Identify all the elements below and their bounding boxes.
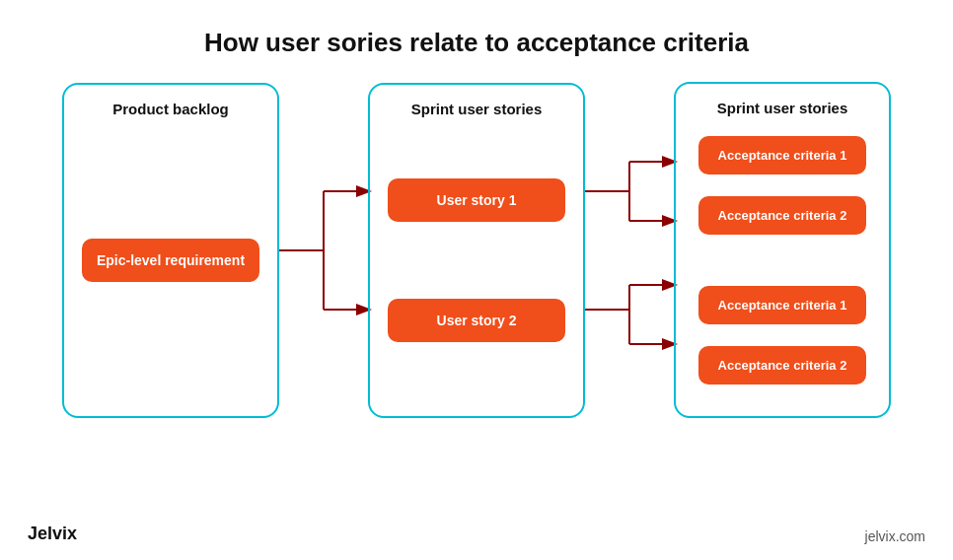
page-title: How user sories relate to acceptance cri… [0, 0, 953, 82]
column-3-title: Sprint user stories [717, 100, 848, 116]
ac-group1-item2: Acceptance criteria 2 [698, 196, 866, 235]
column-sprint-stories-1: Sprint user stories User story 1 User st… [368, 83, 585, 418]
column-sprint-stories-2: Sprint user stories Acceptance criteria … [674, 82, 891, 418]
epic-requirement-item: Epic-level requirement [82, 239, 259, 282]
connector-2-3 [585, 83, 674, 418]
arrows-2-3 [585, 83, 674, 418]
acceptance-criteria-list: Acceptance criteria 1 Acceptance criteri… [692, 136, 873, 396]
website-link: jelvix.com [865, 528, 925, 544]
ac-group2-item1: Acceptance criteria 1 [698, 286, 866, 324]
brand-logo: Jelvix [28, 524, 77, 544]
connector-1-2 [279, 83, 368, 418]
user-story-2-item: User story 2 [388, 299, 565, 342]
column-product-backlog: Product backlog Epic-level requirement [62, 83, 279, 418]
ac-group1-item1: Acceptance criteria 1 [698, 136, 866, 175]
column-2-title: Sprint user stories [411, 101, 543, 117]
column-1-title: Product backlog [112, 101, 229, 117]
arrows-1-2 [279, 83, 368, 418]
diagram-area: Product backlog Epic-level requirement S… [0, 82, 953, 418]
ac-group2-item2: Acceptance criteria 2 [698, 346, 866, 385]
user-story-1-item: User story 1 [388, 178, 565, 222]
